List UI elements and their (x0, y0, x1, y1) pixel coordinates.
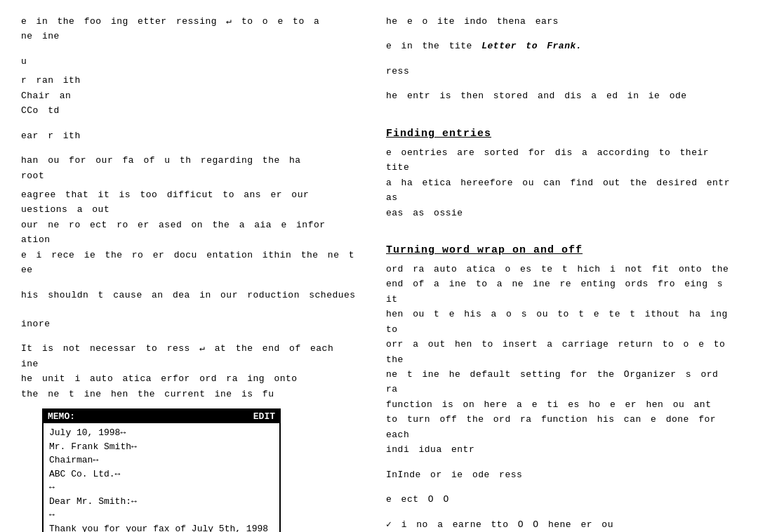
right-para-3: ress (386, 64, 737, 79)
right-para-4: he entr is then stored and dis a ed in i… (386, 88, 737, 103)
memo-line-1: July 10, 1998↔ (49, 426, 274, 440)
page-layout: e in the foo ing etter ressing ↵ to o e … (21, 14, 737, 532)
left-column: e in the foo ing etter ressing ↵ to o e … (21, 14, 358, 532)
italic-title: Letter to Frank. (481, 41, 582, 51)
left-para-6: eagree that it is too difficut to ans er… (21, 187, 358, 278)
left-para-5: han ou for our fa of u th regarding the … (21, 153, 358, 183)
right-para-1: he e o ite indo thena ears (386, 14, 737, 29)
left-para-1: e in the foo ing etter ressing ↵ to o e … (21, 14, 358, 44)
right-para-5: e oentries are sorted for dis a accordin… (386, 145, 737, 220)
finding-entries-heading: Finding entries (386, 128, 737, 140)
memo-line-7: ↔ (49, 508, 274, 522)
left-para-7: his shouldn t cause an dea in our roduct… (21, 288, 358, 302)
memo-line-3: Chairman↔ (49, 453, 274, 467)
memo-content: July 10, 1998↔ Mr. Frank Smith↔ Chairman… (44, 423, 279, 532)
memo-box: MEMO: EDIT July 10, 1998↔ Mr. Frank Smit… (42, 408, 281, 532)
right-para-6: ord ra auto atica o es te t hich i not f… (386, 262, 737, 458)
left-para-4: ear r ith (21, 128, 358, 143)
memo-line-2: Mr. Frank Smith↔ (49, 440, 274, 454)
right-column: he e o ite indo thena ears e in the tite… (386, 14, 737, 532)
memo-label: MEMO: (48, 411, 75, 422)
right-para-2: e in the tite Letter to Frank. (386, 39, 737, 53)
right-para-8: e ect O O (386, 492, 737, 507)
left-para-9: It is not necessar to ress ↵ at the end … (21, 341, 358, 401)
left-para-u: u (21, 54, 358, 69)
memo-line-8: Thank you for your fax of July 5th, 1998 (49, 522, 274, 532)
memo-line-5: ↔ (49, 481, 274, 495)
right-para-7: InInde or ie ode ress (386, 467, 737, 482)
memo-line-6: Dear Mr. Smith:↔ (49, 495, 274, 509)
word-wrap-heading: Turning word wrap on and off (386, 244, 737, 256)
right-para-9: ✓ i no a earne tto O O hene er ou ie the… (386, 517, 737, 533)
memo-header: MEMO: EDIT (44, 410, 279, 423)
left-para-inore: inore (21, 317, 358, 331)
memo-edit-label: EDIT (253, 411, 275, 422)
memo-line-4: ABC Co. Ltd.↔ (49, 467, 274, 481)
left-para-3: r ran ith Chair an CCo td (21, 73, 358, 118)
